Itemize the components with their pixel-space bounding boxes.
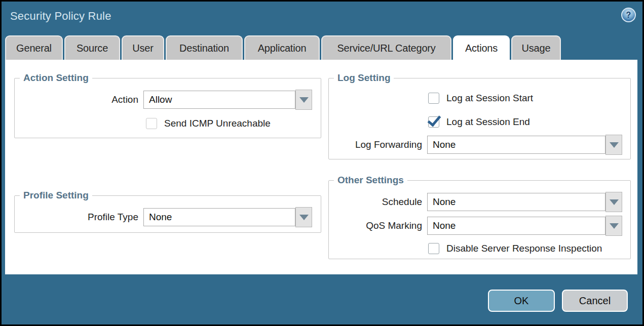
tab-general[interactable]: General (5, 35, 63, 60)
action-setting-group: Action Setting Action Allow Send ICMP Un… (14, 72, 321, 138)
other-settings-group: Other Settings Schedule None QoS Marking… (328, 175, 631, 259)
profile-type-dropdown-button[interactable] (295, 207, 312, 227)
disable-server-response-inspection-checkbox[interactable] (428, 243, 439, 254)
log-session-end-label[interactable]: Log at Session End (446, 116, 530, 128)
tab-user[interactable]: User (122, 35, 164, 60)
tab-service-url-category[interactable]: Service/URL Category (321, 35, 451, 60)
chevron-down-icon (610, 199, 619, 205)
action-setting-legend: Action Setting (20, 72, 92, 84)
action-dropdown-button[interactable] (295, 90, 312, 110)
schedule-dropdown-value[interactable]: None (427, 193, 605, 211)
tab-bar: General Source User Destination Applicat… (5, 35, 562, 60)
tab-panel-actions: Action Setting Action Allow Send ICMP Un… (5, 60, 637, 274)
chevron-down-icon (299, 97, 309, 103)
send-icmp-unreachable-label: Send ICMP Unreachable (164, 118, 271, 129)
action-dropdown-value[interactable]: Allow (143, 91, 295, 109)
tab-source[interactable]: Source (64, 35, 120, 60)
log-forwarding-dropdown-value[interactable]: None (427, 136, 605, 154)
schedule-dropdown[interactable]: None (427, 192, 622, 212)
action-dropdown[interactable]: Allow (143, 90, 312, 110)
ok-button[interactable]: OK (488, 290, 555, 312)
disable-server-response-inspection-label[interactable]: Disable Server Response Inspection (446, 243, 602, 254)
log-setting-legend: Log Setting (334, 72, 394, 84)
log-session-start-checkbox[interactable] (428, 93, 439, 104)
tab-application[interactable]: Application (244, 35, 320, 60)
schedule-label: Schedule (329, 196, 427, 208)
profile-setting-legend: Profile Setting (20, 190, 92, 201)
profile-type-dropdown[interactable]: None (143, 207, 312, 227)
qos-marking-dropdown-button[interactable] (605, 216, 622, 236)
qos-marking-dropdown[interactable]: None (427, 216, 622, 236)
tab-actions[interactable]: Actions (453, 35, 510, 60)
profile-setting-group: Profile Setting Profile Type None (14, 190, 321, 233)
chevron-down-icon (299, 215, 309, 220)
send-icmp-unreachable-checkbox (146, 118, 157, 129)
log-forwarding-label: Log Forwarding (329, 139, 427, 150)
cancel-button[interactable]: Cancel (562, 290, 628, 312)
log-setting-group: Log Setting Log at Session Start Log at … (328, 72, 631, 159)
other-settings-legend: Other Settings (334, 175, 407, 186)
log-forwarding-dropdown-button[interactable] (605, 135, 622, 155)
tab-usage[interactable]: Usage (511, 35, 561, 60)
qos-marking-dropdown-value[interactable]: None (427, 217, 605, 235)
log-forwarding-dropdown[interactable]: None (427, 135, 622, 155)
security-policy-rule-dialog: Security Policy Rule ? General Source Us… (0, 0, 644, 326)
action-label: Action (15, 94, 143, 105)
log-session-start-label[interactable]: Log at Session Start (446, 93, 533, 104)
chevron-down-icon (610, 223, 619, 229)
chevron-down-icon (610, 142, 619, 148)
dialog-title: Security Policy Rule (10, 10, 111, 23)
qos-marking-label: QoS Marking (329, 220, 427, 231)
profile-type-dropdown-value[interactable]: None (143, 208, 295, 226)
log-session-end-checkbox[interactable] (428, 116, 439, 128)
schedule-dropdown-button[interactable] (605, 192, 622, 212)
help-icon[interactable]: ? (621, 8, 636, 22)
tab-destination[interactable]: Destination (166, 35, 243, 60)
profile-type-label: Profile Type (15, 212, 143, 223)
